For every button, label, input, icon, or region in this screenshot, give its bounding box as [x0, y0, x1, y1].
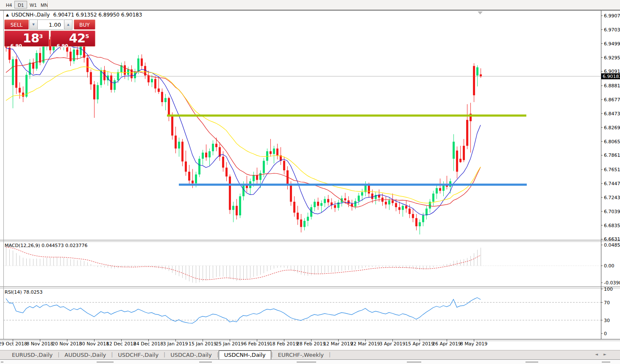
background-window-artifact: [1, 361, 3, 363]
svg-text:0.048594: 0.048594: [604, 242, 620, 248]
svg-text:6.82690: 6.82690: [604, 125, 620, 131]
date-axis-label: 18 Feb 2019: [270, 341, 298, 347]
svg-text:6.78610: 6.78610: [604, 153, 620, 158]
mt4-window: 6.990706.970306.949906.929506.909106.888…: [0, 0, 620, 364]
chart-tab-bar: EURUSD-,Daily | AUDUSD-,Daily | USDCHF-,…: [0, 350, 620, 359]
rsi-indicator-label: RSI(14) 78.0253: [5, 289, 42, 295]
svg-text:6.70390: 6.70390: [604, 209, 620, 214]
tab-audusd-daily[interactable]: AUDUSD-,Daily: [59, 351, 111, 359]
chart-symbol-label: USDCNH-,Daily: [11, 12, 50, 18]
svg-text:6.90910: 6.90910: [604, 69, 620, 74]
svg-text:6.94990: 6.94990: [604, 41, 620, 47]
svg-text:6.74470: 6.74470: [604, 181, 620, 186]
date-axis-label: 8 May 2019: [460, 341, 488, 347]
date-axis-label: 12 Dec 2018: [106, 341, 136, 347]
background-window-strip: [0, 359, 620, 364]
date-axis-label: 3 Apr 2019: [379, 341, 405, 347]
date-axis-label: 28 Feb 2019: [297, 341, 325, 347]
timeframe-toolbar: H4 D1 W1 MN: [0, 0, 620, 10]
volume-input[interactable]: [38, 19, 64, 30]
svg-text:-0.039856: -0.039856: [604, 280, 620, 286]
svg-text:6.92950: 6.92950: [604, 55, 620, 61]
timeframe-button-mn[interactable]: MN: [37, 1, 51, 8]
svg-text:6.99070: 6.99070: [604, 13, 620, 19]
one-click-trade-panel: SELL ▼ ▲ BUY 6.90183 6.90425: [4, 19, 95, 47]
date-axis-label: 20 Nov 2018: [52, 341, 82, 347]
svg-text:6.88810: 6.88810: [604, 83, 620, 89]
date-axis-label: 8 Nov 2018: [26, 341, 53, 347]
date-axis[interactable]: 29 Oct 20188 Nov 201820 Nov 201830 Nov 2…: [0, 340, 620, 349]
chart-canvas[interactable]: 6.990706.970306.949906.929506.909106.888…: [0, 0, 620, 364]
macd-indicator-label: MACD(12,26,9) 0.044573 0.023776: [5, 243, 88, 248]
date-axis-label: 26 Apr 2019: [432, 341, 461, 347]
svg-text:6.90183: 6.90183: [603, 74, 620, 79]
date-axis-label: 24 Dec 2018: [133, 341, 163, 347]
svg-text:6.97030: 6.97030: [604, 27, 620, 33]
buy-price-pips: 42: [69, 31, 85, 45]
svg-text:6.66310: 6.66310: [604, 236, 620, 242]
buy-price-point: 5: [85, 33, 89, 39]
svg-text:0: 0: [604, 331, 607, 336]
background-window-artifact: [297, 361, 316, 363]
toolbar-separator: [47, 1, 48, 9]
buy-price-prefix: 6.90: [57, 43, 68, 49]
chart-tabs: EURUSD-,Daily | AUDUSD-,Daily | USDCHF-,…: [7, 350, 331, 359]
tab-usdcnh-daily[interactable]: USDCNH-,Daily: [219, 350, 271, 359]
buy-price-display[interactable]: 6.90425: [50, 31, 95, 47]
chart-ohlc-values: 6.90471 6.91352 6.89950 6.90183: [53, 12, 142, 18]
buy-button[interactable]: BUY: [74, 19, 95, 30]
sell-price-display[interactable]: 6.90183: [4, 31, 49, 47]
sell-button[interactable]: SELL: [4, 19, 29, 30]
svg-text:6.84730: 6.84730: [604, 111, 620, 117]
volume-decrease-icon[interactable]: ▼: [29, 19, 38, 30]
date-axis-label: 30 Nov 2018: [79, 341, 109, 347]
svg-text:6.68350: 6.68350: [604, 223, 620, 228]
background-window-artifact: [407, 361, 421, 363]
date-axis-label: 25 Jan 2019: [216, 341, 244, 347]
background-window-artifact: [602, 361, 610, 363]
date-axis-label: 15 Jan 2019: [189, 341, 217, 347]
svg-text:6.86770: 6.86770: [604, 97, 620, 103]
svg-text:6.72430: 6.72430: [604, 195, 620, 200]
volume-increase-icon[interactable]: ▲: [64, 19, 72, 30]
date-axis-label: 15 Apr 2019: [405, 341, 434, 347]
date-axis-label: 12 Mar 2019: [323, 341, 353, 347]
date-axis-label: 3 Jan 2019: [163, 341, 188, 347]
tab-usdchf-daily[interactable]: USDCHF-,Daily: [113, 351, 164, 359]
background-window-artifact: [199, 361, 212, 363]
svg-text:6.76510: 6.76510: [604, 167, 620, 172]
sell-price-pips: 18: [23, 31, 39, 45]
scroll-to-end-icon[interactable]: [478, 11, 483, 14]
chart-direction-up-icon: ▲: [6, 13, 9, 17]
tabs-scroll-right-icon[interactable]: ►: [603, 352, 606, 356]
svg-text:0.00: 0.00: [604, 263, 614, 269]
tabs-scroll-left-icon[interactable]: ◄: [595, 352, 598, 356]
tab-eurchf-weekly[interactable]: EURCHF-,Weekly: [273, 351, 329, 359]
date-axis-label: 6 Feb 2019: [244, 341, 270, 347]
date-axis-label: 29 Oct 2018: [0, 341, 27, 347]
sell-price-point: 3: [39, 33, 43, 39]
svg-text:6.80650: 6.80650: [604, 139, 620, 144]
sell-price-prefix: 6.90: [11, 43, 22, 49]
tab-usdcad-daily[interactable]: USDCAD-,Daily: [165, 351, 217, 359]
tab-divider: |: [329, 352, 331, 358]
date-axis-label: 22 Mar 2019: [350, 341, 380, 347]
background-window-artifact: [525, 361, 538, 363]
background-window-artifact: [97, 361, 114, 363]
tab-eurusd-daily[interactable]: EURUSD-,Daily: [7, 351, 58, 359]
svg-text:70: 70: [604, 300, 610, 306]
timeframe-button-h4[interactable]: H4: [3, 1, 15, 8]
timeframe-button-d1[interactable]: D1: [14, 1, 27, 8]
svg-text:100: 100: [604, 286, 613, 292]
svg-text:30: 30: [604, 318, 610, 323]
chart-title: ▲USDCNH-,Daily6.90471 6.91352 6.89950 6.…: [6, 12, 142, 18]
